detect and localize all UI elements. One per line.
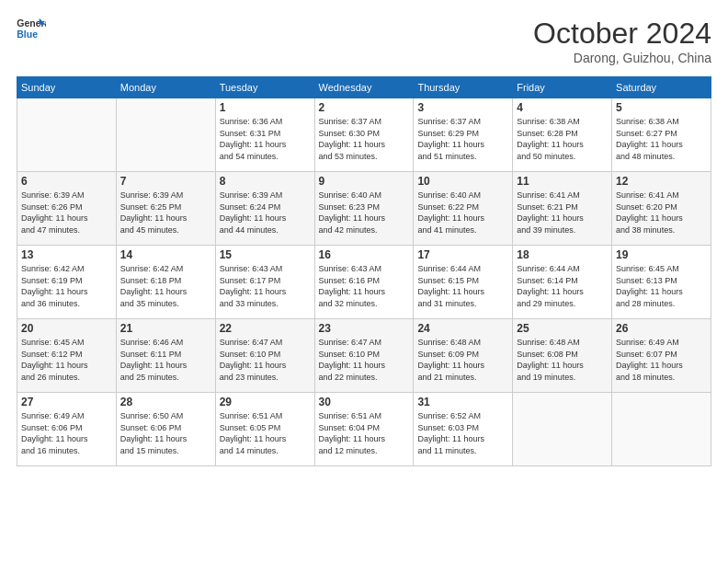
day-info: Sunrise: 6:47 AMSunset: 6:10 PMDaylight:… — [220, 337, 311, 383]
col-saturday: Saturday — [612, 77, 711, 98]
day-number: 12 — [616, 175, 707, 188]
day-info: Sunrise: 6:42 AMSunset: 6:18 PMDaylight:… — [120, 263, 211, 309]
calendar-week-row: 27Sunrise: 6:49 AMSunset: 6:06 PMDayligh… — [17, 393, 711, 466]
day-number: 2 — [319, 101, 410, 114]
day-info: Sunrise: 6:39 AMSunset: 6:24 PMDaylight:… — [220, 190, 311, 236]
table-row: 28Sunrise: 6:50 AMSunset: 6:06 PMDayligh… — [116, 393, 215, 466]
day-number: 6 — [21, 175, 112, 188]
day-info: Sunrise: 6:37 AMSunset: 6:30 PMDaylight:… — [319, 116, 410, 162]
table-row: 16Sunrise: 6:43 AMSunset: 6:16 PMDayligh… — [314, 246, 414, 319]
table-row: 26Sunrise: 6:49 AMSunset: 6:07 PMDayligh… — [612, 319, 711, 393]
day-info: Sunrise: 6:51 AMSunset: 6:04 PMDaylight:… — [319, 410, 410, 456]
day-number: 4 — [517, 101, 608, 114]
day-number: 10 — [417, 175, 508, 188]
table-row: 12Sunrise: 6:41 AMSunset: 6:20 PMDayligh… — [612, 172, 711, 246]
col-monday: Monday — [116, 77, 215, 98]
col-thursday: Thursday — [414, 77, 513, 98]
day-info: Sunrise: 6:48 AMSunset: 6:09 PMDaylight:… — [417, 337, 508, 383]
table-row: 30Sunrise: 6:51 AMSunset: 6:04 PMDayligh… — [314, 393, 414, 466]
day-info: Sunrise: 6:50 AMSunset: 6:06 PMDaylight:… — [120, 410, 211, 456]
day-number: 11 — [517, 175, 608, 188]
page-container: General Blue October 2024 Darong, Guizho… — [0, 0, 728, 563]
table-row: 25Sunrise: 6:48 AMSunset: 6:08 PMDayligh… — [513, 319, 612, 393]
day-info: Sunrise: 6:43 AMSunset: 6:17 PMDaylight:… — [220, 263, 311, 309]
day-info: Sunrise: 6:41 AMSunset: 6:21 PMDaylight:… — [517, 190, 608, 236]
col-tuesday: Tuesday — [215, 77, 314, 98]
table-row: 8Sunrise: 6:39 AMSunset: 6:24 PMDaylight… — [215, 172, 314, 246]
table-row: 6Sunrise: 6:39 AMSunset: 6:26 PMDaylight… — [17, 172, 117, 246]
table-row: 5Sunrise: 6:38 AMSunset: 6:27 PMDaylight… — [612, 98, 711, 172]
table-row: 22Sunrise: 6:47 AMSunset: 6:10 PMDayligh… — [215, 319, 314, 393]
calendar-week-row: 1Sunrise: 6:36 AMSunset: 6:31 PMDaylight… — [17, 98, 711, 172]
day-info: Sunrise: 6:40 AMSunset: 6:22 PMDaylight:… — [417, 190, 508, 236]
table-row: 10Sunrise: 6:40 AMSunset: 6:22 PMDayligh… — [414, 172, 513, 246]
svg-text:Blue: Blue — [17, 29, 38, 40]
day-info: Sunrise: 6:46 AMSunset: 6:11 PMDaylight:… — [120, 337, 211, 383]
col-friday: Friday — [513, 77, 612, 98]
day-number: 26 — [616, 322, 707, 335]
month-title: October 2024 — [533, 17, 711, 51]
day-number: 29 — [220, 396, 311, 408]
day-info: Sunrise: 6:38 AMSunset: 6:27 PMDaylight:… — [616, 116, 707, 162]
day-info: Sunrise: 6:42 AMSunset: 6:19 PMDaylight:… — [21, 263, 112, 309]
day-number: 23 — [319, 322, 410, 335]
table-row: 2Sunrise: 6:37 AMSunset: 6:30 PMDaylight… — [314, 98, 414, 172]
day-number: 20 — [21, 322, 112, 335]
day-info: Sunrise: 6:44 AMSunset: 6:15 PMDaylight:… — [417, 263, 508, 309]
header: General Blue October 2024 Darong, Guizho… — [17, 17, 711, 65]
table-row — [17, 98, 117, 172]
table-row: 4Sunrise: 6:38 AMSunset: 6:28 PMDaylight… — [513, 98, 612, 172]
table-row: 7Sunrise: 6:39 AMSunset: 6:25 PMDaylight… — [116, 172, 215, 246]
table-row: 20Sunrise: 6:45 AMSunset: 6:12 PMDayligh… — [17, 319, 117, 393]
day-info: Sunrise: 6:44 AMSunset: 6:14 PMDaylight:… — [517, 263, 608, 309]
table-row: 13Sunrise: 6:42 AMSunset: 6:19 PMDayligh… — [17, 246, 117, 319]
table-row: 23Sunrise: 6:47 AMSunset: 6:10 PMDayligh… — [314, 319, 414, 393]
table-row: 29Sunrise: 6:51 AMSunset: 6:05 PMDayligh… — [215, 393, 314, 466]
day-info: Sunrise: 6:49 AMSunset: 6:07 PMDaylight:… — [616, 337, 707, 383]
day-number: 17 — [417, 248, 508, 261]
day-info: Sunrise: 6:40 AMSunset: 6:23 PMDaylight:… — [319, 190, 410, 236]
day-info: Sunrise: 6:51 AMSunset: 6:05 PMDaylight:… — [220, 410, 311, 456]
day-info: Sunrise: 6:39 AMSunset: 6:26 PMDaylight:… — [21, 190, 112, 236]
table-row — [513, 393, 612, 466]
day-number: 22 — [220, 322, 311, 335]
day-number: 18 — [517, 248, 608, 261]
day-info: Sunrise: 6:48 AMSunset: 6:08 PMDaylight:… — [517, 337, 608, 383]
logo: General Blue — [17, 17, 46, 42]
day-number: 13 — [21, 248, 112, 261]
day-info: Sunrise: 6:47 AMSunset: 6:10 PMDaylight:… — [319, 337, 410, 383]
day-number: 30 — [319, 396, 410, 408]
day-number: 5 — [616, 101, 707, 114]
table-row: 3Sunrise: 6:37 AMSunset: 6:29 PMDaylight… — [414, 98, 513, 172]
calendar-week-row: 6Sunrise: 6:39 AMSunset: 6:26 PMDaylight… — [17, 172, 711, 246]
day-number: 7 — [120, 175, 211, 188]
table-row: 11Sunrise: 6:41 AMSunset: 6:21 PMDayligh… — [513, 172, 612, 246]
table-row: 14Sunrise: 6:42 AMSunset: 6:18 PMDayligh… — [116, 246, 215, 319]
calendar-table: Sunday Monday Tuesday Wednesday Thursday… — [17, 76, 711, 466]
col-wednesday: Wednesday — [314, 77, 414, 98]
day-number: 31 — [417, 396, 508, 408]
table-row: 15Sunrise: 6:43 AMSunset: 6:17 PMDayligh… — [215, 246, 314, 319]
logo-icon: General Blue — [17, 17, 46, 42]
table-row: 1Sunrise: 6:36 AMSunset: 6:31 PMDaylight… — [215, 98, 314, 172]
day-number: 27 — [21, 396, 112, 408]
day-info: Sunrise: 6:43 AMSunset: 6:16 PMDaylight:… — [319, 263, 410, 309]
calendar-week-row: 20Sunrise: 6:45 AMSunset: 6:12 PMDayligh… — [17, 319, 711, 393]
day-number: 9 — [319, 175, 410, 188]
table-row: 18Sunrise: 6:44 AMSunset: 6:14 PMDayligh… — [513, 246, 612, 319]
day-info: Sunrise: 6:36 AMSunset: 6:31 PMDaylight:… — [220, 116, 311, 162]
day-info: Sunrise: 6:45 AMSunset: 6:13 PMDaylight:… — [616, 263, 707, 309]
day-number: 28 — [120, 396, 211, 408]
day-info: Sunrise: 6:38 AMSunset: 6:28 PMDaylight:… — [517, 116, 608, 162]
table-row: 24Sunrise: 6:48 AMSunset: 6:09 PMDayligh… — [414, 319, 513, 393]
day-number: 15 — [220, 248, 311, 261]
day-number: 14 — [120, 248, 211, 261]
day-number: 19 — [616, 248, 707, 261]
calendar-header-row: Sunday Monday Tuesday Wednesday Thursday… — [17, 77, 711, 98]
day-number: 16 — [319, 248, 410, 261]
day-info: Sunrise: 6:45 AMSunset: 6:12 PMDaylight:… — [21, 337, 112, 383]
table-row — [612, 393, 711, 466]
calendar-week-row: 13Sunrise: 6:42 AMSunset: 6:19 PMDayligh… — [17, 246, 711, 319]
table-row: 21Sunrise: 6:46 AMSunset: 6:11 PMDayligh… — [116, 319, 215, 393]
table-row: 19Sunrise: 6:45 AMSunset: 6:13 PMDayligh… — [612, 246, 711, 319]
